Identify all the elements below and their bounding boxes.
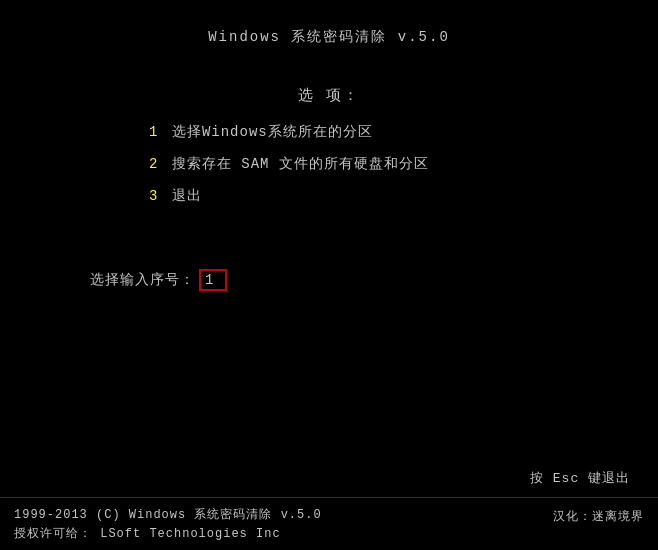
menu-item-3[interactable]: 3 退出 — [149, 187, 429, 205]
app-title: Windows 系统密码清除 v.5.0 — [208, 29, 450, 45]
menu-number-1: 1 — [149, 124, 158, 140]
input-label: 选择输入序号： — [90, 271, 195, 289]
esc-hint: 按 Esc 键退出 — [0, 469, 658, 487]
menu-item-1[interactable]: 1 选择Windows系统所在的分区 — [149, 123, 429, 141]
menu-text-3: 退出 — [172, 188, 202, 204]
footer-license: 授权许可给： LSoft Technologies Inc — [14, 525, 322, 544]
bottom-area: 按 Esc 键退出 1999-2013 (C) Windows 系统密码清除 v… — [0, 469, 658, 550]
menu-number-3: 3 — [149, 188, 158, 204]
input-line: 选择输入序号： 1 — [90, 269, 658, 291]
footer-copyright: 1999-2013 (C) Windows 系统密码清除 v.5.0 — [14, 506, 322, 525]
input-area: 选择输入序号： 1 — [0, 269, 658, 291]
footer-bar: 1999-2013 (C) Windows 系统密码清除 v.5.0 授权许可给… — [0, 497, 658, 550]
menu-header: 选 项： — [0, 86, 658, 105]
screen: Windows 系统密码清除 v.5.0 选 项： 1 选择Windows系统所… — [0, 0, 658, 550]
title-area: Windows 系统密码清除 v.5.0 — [0, 0, 658, 56]
menu-text-1: 选择Windows系统所在的分区 — [172, 124, 373, 140]
menu-item-2[interactable]: 2 搜索存在 SAM 文件的所有硬盘和分区 — [149, 155, 429, 173]
input-field[interactable]: 1 — [199, 269, 227, 291]
menu-items: 1 选择Windows系统所在的分区 2 搜索存在 SAM 文件的所有硬盘和分区… — [149, 123, 429, 219]
menu-text-2: 搜索存在 SAM 文件的所有硬盘和分区 — [172, 156, 429, 172]
footer-left: 1999-2013 (C) Windows 系统密码清除 v.5.0 授权许可给… — [14, 506, 322, 544]
footer-localization: 汉化：迷离境界 — [553, 508, 644, 525]
menu-area: 选 项： 1 选择Windows系统所在的分区 2 搜索存在 SAM 文件的所有… — [0, 86, 658, 219]
menu-number-2: 2 — [149, 156, 158, 172]
